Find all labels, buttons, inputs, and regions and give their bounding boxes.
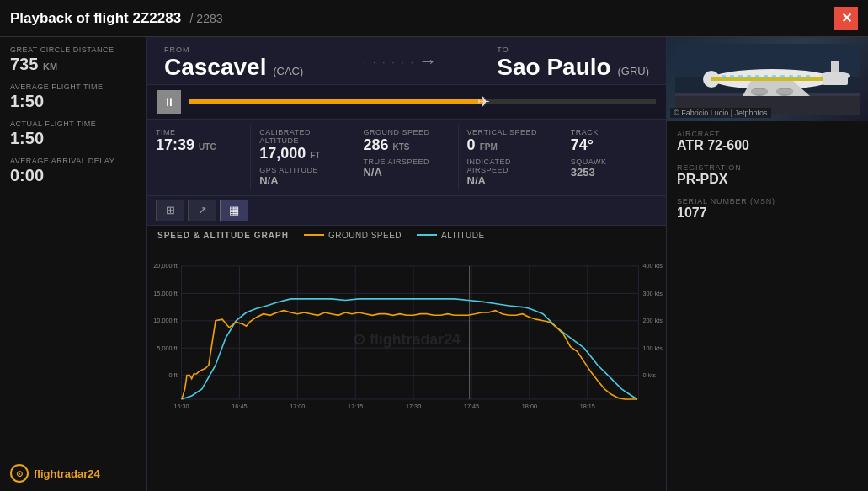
stat-label-gc: GREAT CIRCLE DISTANCE [10, 45, 136, 54]
svg-text:⊙ flightradar24: ⊙ flightradar24 [353, 331, 461, 348]
direction-view-button[interactable]: ↗ [188, 200, 216, 221]
altitude-label: CALIBRATED ALTITUDE [259, 128, 345, 145]
to-label: TO [497, 45, 649, 54]
data-cell-groundspeed: GROUND SPEED 286 KTS TRUE AIRSPEED N/A [354, 125, 458, 190]
tas-value: N/A [363, 166, 449, 179]
svg-text:18:15: 18:15 [580, 402, 595, 409]
gps-alt-label: GPS ALTITUDE [259, 166, 345, 174]
from-section: FROM Cascavel (CAC) [164, 45, 303, 79]
legend-ground-speed: GROUND SPEED [304, 231, 402, 240]
stat-avg-flight-time: AVERAGE FLIGHT TIME 1:50 [10, 83, 136, 111]
svg-rect-55 [764, 75, 768, 78]
page-title: Playback of flight 2Z2283 [10, 10, 181, 26]
stat-value-delay: 0:00 [10, 165, 136, 185]
legend-line-gs [304, 234, 324, 236]
aircraft-photo: © Fabricio Lucio | Jetphotos [667, 37, 868, 121]
svg-text:17:00: 17:00 [290, 402, 305, 409]
progress-bar[interactable]: ✈ [189, 99, 656, 104]
svg-text:17:15: 17:15 [348, 402, 363, 409]
svg-text:16:45: 16:45 [232, 402, 247, 409]
left-panel: GREAT CIRCLE DISTANCE 735 KM AVERAGE FLI… [0, 37, 147, 491]
gs-value: 286 KTS [363, 137, 449, 154]
svg-text:17:45: 17:45 [464, 402, 479, 409]
to-code: (GRU) [617, 65, 649, 77]
view-buttons: ⊞ ↗ ▦ [147, 196, 666, 226]
svg-rect-56 [772, 75, 776, 78]
svg-text:300 kts: 300 kts [642, 290, 663, 297]
grid-view-button[interactable]: ⊞ [156, 200, 184, 221]
svg-text:17:30: 17:30 [406, 402, 421, 409]
gps-alt-value: N/A [259, 174, 345, 187]
main-container: Playback of flight 2Z2283 / 2283 ✕ GREAT… [0, 0, 868, 491]
content-row: GREAT CIRCLE DISTANCE 735 KM AVERAGE FLI… [0, 37, 868, 491]
from-label: FROM [164, 45, 303, 54]
page-subtitle: / 2283 [190, 12, 223, 25]
pause-button[interactable]: ⏸ [157, 90, 181, 114]
svg-text:100 kts: 100 kts [642, 344, 663, 351]
svg-rect-57 [780, 75, 785, 78]
svg-text:200 kts: 200 kts [642, 317, 663, 324]
svg-text:0 ft: 0 ft [169, 371, 178, 379]
stat-great-circle: GREAT CIRCLE DISTANCE 735 KM [10, 45, 136, 74]
fr24-logo-text: flightradar24 [34, 467, 100, 480]
stat-label-aft: AVERAGE FLIGHT TIME [10, 83, 136, 91]
from-city: Cascavel (CAC) [164, 56, 303, 79]
svg-text:15,000 ft: 15,000 ft [153, 290, 177, 297]
route-arrow: · · · · · · → [303, 51, 497, 79]
squawk-value: 3253 [571, 166, 658, 179]
svg-rect-58 [789, 75, 793, 78]
stat-value-aft: 1:50 [10, 91, 136, 111]
data-cell-vspeed: VERTICAL SPEED 0 FPM INDICATED AIRSPEED … [459, 125, 562, 190]
close-button[interactable]: ✕ [834, 7, 858, 30]
svg-rect-53 [747, 75, 751, 78]
graph-title-bar: SPEED & ALTITUDE GRAPH GROUND SPEED ALTI… [147, 226, 666, 242]
legend-altitude: ALTITUDE [417, 231, 485, 240]
ias-label: INDICATED AIRSPEED [467, 157, 553, 174]
progress-fill [189, 99, 483, 104]
data-bar: TIME 17:39 UTC CALIBRATED ALTITUDE 17,00… [147, 120, 666, 196]
flight-info-bar: FROM Cascavel (CAC) · · · · · · → TO Sao… [147, 37, 666, 85]
registration-label: REGISTRATION [677, 163, 858, 172]
track-value: 74° [571, 137, 658, 154]
vs-value: 0 FPM [467, 137, 553, 154]
svg-text:10,000 ft: 10,000 ft [153, 317, 177, 324]
svg-rect-52 [738, 75, 743, 78]
speed-altitude-chart: 20,000 ft 15,000 ft 10,000 ft 5,000 ft 0… [147, 242, 666, 427]
svg-rect-48 [776, 89, 793, 94]
ground-speed-line [182, 310, 637, 398]
svg-rect-60 [806, 75, 810, 78]
to-section: TO Sao Paulo (GRU) [497, 45, 649, 79]
svg-rect-59 [797, 75, 801, 78]
svg-text:5,000 ft: 5,000 ft [157, 344, 177, 351]
graph-area: SPEED & ALTITUDE GRAPH GROUND SPEED ALTI… [147, 226, 666, 491]
track-label: TRACK [571, 128, 658, 136]
stat-value-act: 1:50 [10, 128, 136, 148]
aircraft-info: AIRCRAFT ATR 72-600 REGISTRATION PR-PDX … [667, 121, 868, 229]
svg-text:20,000 ft: 20,000 ft [153, 262, 177, 270]
serial-number-label: SERIAL NUMBER (MSN) [677, 197, 858, 205]
aircraft-type-label: AIRCRAFT [677, 130, 858, 138]
serial-number-block: SERIAL NUMBER (MSN) 1077 [677, 197, 858, 221]
data-cell-track: TRACK 74° SQUAWK 3253 [562, 125, 666, 190]
ias-value: N/A [467, 174, 553, 187]
squawk-label: SQUAWK [571, 157, 658, 166]
svg-text:0 kts: 0 kts [642, 371, 656, 379]
altitude-line [182, 299, 637, 399]
time-value: 17:39 UTC [156, 137, 242, 154]
altitude-value: 17,000 FT [259, 146, 345, 163]
fr24-logo: ⊙ flightradar24 [10, 464, 136, 483]
registration-value: PR-PDX [677, 172, 858, 187]
from-code: (CAC) [273, 65, 303, 77]
stat-actual-flight-time: ACTUAL FLIGHT TIME 1:50 [10, 120, 136, 148]
svg-text:400 kts: 400 kts [642, 262, 663, 270]
svg-rect-46 [751, 89, 768, 94]
svg-rect-50 [722, 75, 726, 78]
right-panel: © Fabricio Lucio | Jetphotos AIRCRAFT AT… [666, 37, 868, 491]
svg-text:16:30: 16:30 [173, 402, 189, 409]
stat-avg-delay: AVERAGE ARRIVAL DELAY 0:00 [10, 157, 136, 185]
playback-bar: ⏸ ✈ [147, 85, 666, 120]
chart-view-button[interactable]: ▦ [220, 200, 248, 221]
header: Playback of flight 2Z2283 / 2283 ✕ [0, 0, 868, 37]
legend-line-alt [417, 234, 437, 236]
aircraft-illustration [675, 44, 860, 115]
